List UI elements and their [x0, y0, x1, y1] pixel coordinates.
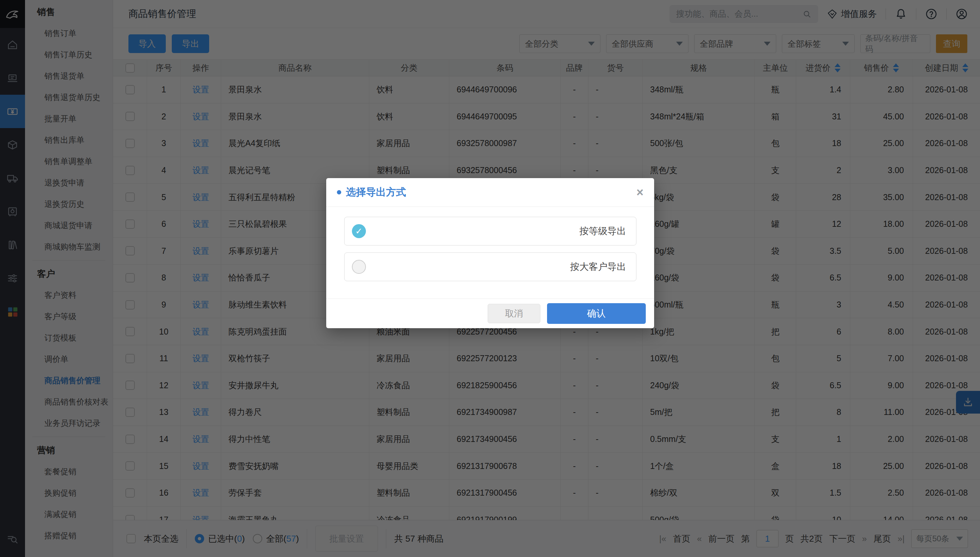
close-icon[interactable]: ×: [637, 186, 643, 199]
radio-circle-icon[interactable]: [352, 260, 366, 274]
export-mode-dialog: 选择导出方式 × ✓按等级导出按大客户导出 取消 确认: [326, 178, 654, 328]
export-option[interactable]: 按大客户导出: [344, 252, 637, 281]
app-root: 销售销售订单销售订单历史销售退货单销售退货单历史批量开单销售出库单销售单调整单退…: [0, 0, 980, 557]
check-circle-icon[interactable]: ✓: [352, 224, 366, 238]
cancel-button[interactable]: 取消: [488, 304, 540, 323]
export-option-label: 按大客户导出: [570, 261, 626, 273]
export-option-label: 按等级导出: [580, 225, 626, 238]
confirm-button[interactable]: 确认: [547, 303, 646, 324]
dialog-header: 选择导出方式 ×: [326, 178, 654, 207]
dialog-title: 选择导出方式: [346, 186, 406, 199]
dialog-body: ✓按等级导出按大客户导出: [326, 207, 654, 281]
export-option-selected[interactable]: ✓按等级导出: [344, 217, 637, 246]
title-dot-icon: [337, 190, 341, 194]
dialog-footer: 取消 确认: [326, 298, 654, 328]
